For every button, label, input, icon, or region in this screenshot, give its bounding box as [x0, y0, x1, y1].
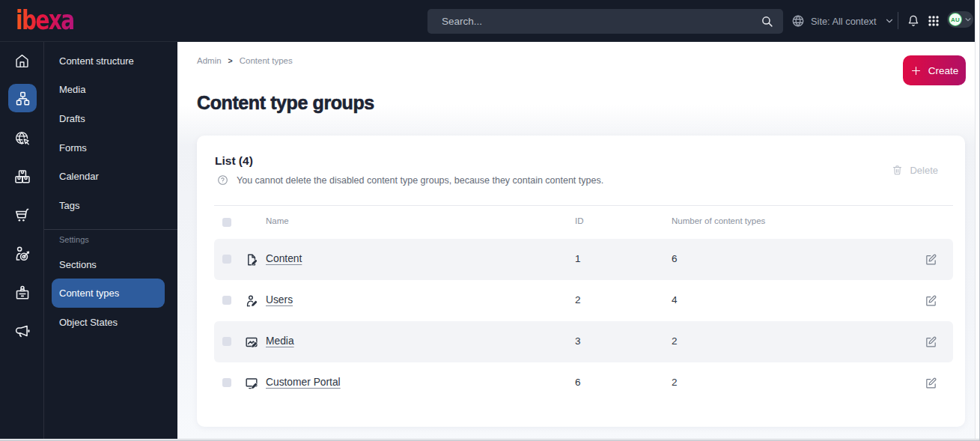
topbar: ibexa Search... Site: All context	[0, 0, 975, 42]
search-icon[interactable]	[761, 15, 773, 28]
group-link[interactable]: Users	[266, 294, 293, 305]
row-checkbox[interactable]	[222, 255, 231, 264]
ibexa-logo[interactable]: ibexa	[16, 6, 74, 36]
breadcrumb-content-types: Content types	[240, 56, 293, 65]
help-row: You cannot delete the disabled content t…	[217, 174, 603, 186]
sidebar-item-forms[interactable]: Forms	[44, 133, 177, 162]
sidebar-item-label: Forms	[59, 142, 87, 153]
edit-icon[interactable]	[925, 294, 937, 307]
column-header-count: Number of content types	[672, 216, 765, 225]
help-text: You cannot delete the disabled content t…	[237, 175, 603, 186]
sidebar-item-label: Content types	[59, 288, 119, 299]
sidebar-item-label: Object States	[59, 317, 118, 328]
sidebar-item-sections[interactable]: Sections	[44, 250, 177, 279]
table-top-divider	[214, 205, 953, 206]
breadcrumb: Admin > Content types	[197, 56, 293, 65]
rail-dashboard-home-icon[interactable]	[0, 46, 44, 76]
sidebar-item-label: Content structure	[59, 55, 134, 67]
rail-commerce-cart-icon[interactable]	[0, 201, 44, 231]
group-id: 1	[575, 253, 581, 264]
user-edit-icon	[245, 294, 258, 308]
monitor-edit-icon	[245, 377, 258, 390]
column-header-name: Name	[266, 216, 289, 225]
sidebar-item-media[interactable]: Media	[44, 76, 177, 104]
sidebar-item-label: Sections	[59, 259, 97, 270]
delete-button-label: Delete	[910, 165, 938, 176]
list-card: List (4) You cannot delete the disabled …	[197, 136, 965, 427]
sidebar-item-content-structure[interactable]: Content structure	[44, 46, 177, 75]
group-count: 2	[672, 377, 678, 388]
list-heading: List (4)	[215, 154, 253, 168]
rail-content-structure-icon[interactable]	[8, 84, 37, 112]
table-row: Media 3 2	[214, 321, 953, 362]
row-checkbox[interactable]	[222, 337, 231, 346]
sidebar-item-content-types[interactable]: Content types	[52, 279, 165, 308]
search-placeholder: Search...	[427, 16, 761, 27]
rail-site-search-icon[interactable]	[0, 124, 44, 153]
file-edit-icon	[245, 253, 258, 267]
app-grid-icon[interactable]	[928, 16, 939, 26]
row-checkbox[interactable]	[222, 378, 231, 387]
breadcrumb-separator: >	[228, 56, 233, 65]
column-header-id: ID	[575, 216, 584, 225]
sidebar-item-label: Media	[59, 84, 85, 95]
site-context-switcher[interactable]: Site: All context	[791, 0, 894, 42]
group-link[interactable]: Customer Portal	[266, 377, 341, 388]
rail-id-badge-icon[interactable]	[0, 278, 44, 308]
breadcrumb-admin[interactable]: Admin	[197, 56, 222, 65]
sidebar-item-calendar[interactable]: Calendar	[44, 162, 177, 191]
sidebar-menu: Content structure Media Drafts Forms Cal…	[44, 42, 177, 439]
create-button-label: Create	[928, 65, 959, 76]
avatar[interactable]: AU	[949, 13, 962, 26]
image-edit-icon	[245, 335, 258, 349]
app-frame: ibexa Search... Site: All context	[0, 0, 980, 441]
sidebar-item-object-states[interactable]: Object States	[44, 308, 177, 336]
page-title: Content type groups	[197, 92, 374, 114]
sidebar-item-label: Calendar	[59, 171, 99, 182]
edit-icon[interactable]	[925, 377, 937, 389]
chevron-down-icon	[885, 16, 894, 25]
user-menu-chevron-icon	[964, 16, 972, 23]
group-id: 3	[575, 335, 581, 347]
globe-icon	[791, 14, 805, 28]
delete-button[interactable]: Delete	[892, 164, 938, 176]
sidebar-item-label: Tags	[59, 200, 79, 211]
icon-rail	[0, 42, 44, 439]
group-count: 2	[672, 335, 678, 347]
sidebar-item-tags[interactable]: Tags	[44, 191, 177, 219]
group-id: 6	[575, 377, 581, 388]
group-count: 6	[672, 253, 678, 264]
row-checkbox[interactable]	[222, 296, 231, 305]
sidebar-item-drafts[interactable]: Drafts	[44, 104, 177, 133]
table-row: Customer Portal 6 2	[214, 362, 953, 404]
rail-product-catalog-icon[interactable]	[0, 162, 44, 192]
plus-icon	[910, 65, 922, 76]
user-menu[interactable]: AU	[947, 11, 973, 28]
group-count: 4	[672, 294, 678, 305]
group-link[interactable]: Content	[266, 253, 302, 264]
select-all-checkbox[interactable]	[222, 218, 231, 227]
edit-icon[interactable]	[925, 335, 937, 348]
vertical-scrollbar[interactable]	[975, 0, 980, 439]
notifications-bell-icon[interactable]	[907, 15, 919, 27]
rail-personalization-icon[interactable]	[0, 239, 44, 269]
sidebar-settings-label: Settings	[59, 235, 89, 244]
sidebar-item-label: Drafts	[59, 113, 85, 124]
topbar-divider	[898, 12, 898, 29]
create-button[interactable]: Create	[903, 55, 966, 85]
trash-icon	[892, 164, 903, 176]
group-link[interactable]: Media	[266, 335, 294, 347]
group-id: 2	[575, 294, 581, 305]
edit-icon[interactable]	[925, 253, 937, 266]
sidebar-divider	[44, 229, 177, 230]
table-row: Content 1 6	[214, 239, 953, 280]
rail-megaphone-icon[interactable]	[0, 316, 44, 346]
table-header: Name ID Number of content types	[197, 213, 965, 231]
table-row: Users 2 4	[214, 280, 953, 321]
site-context-label: Site: All context	[811, 16, 877, 27]
help-circle-icon	[217, 174, 228, 186]
search-input[interactable]: Search...	[427, 9, 783, 34]
